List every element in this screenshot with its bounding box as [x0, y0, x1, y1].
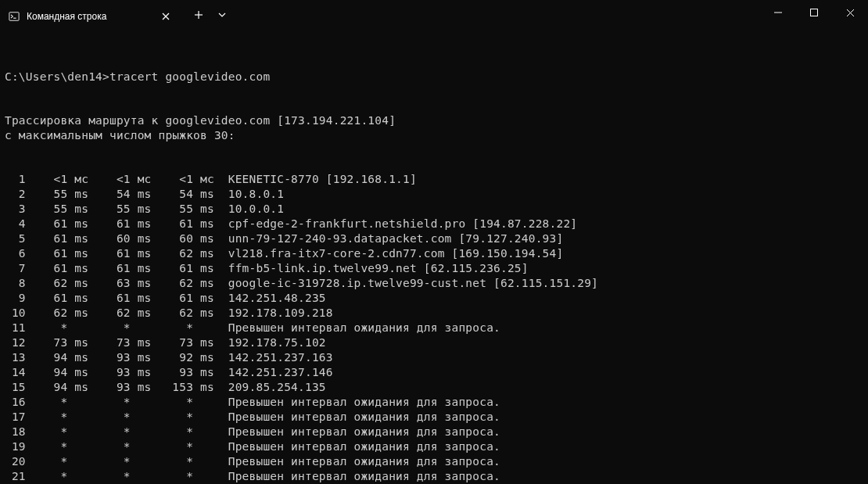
svg-rect-0: [9, 13, 19, 21]
hop-row: 12 73 ms 73 ms 73 ms 192.178.75.102: [5, 335, 863, 350]
prompt-path: C:\Users\den14>: [5, 70, 109, 83]
titlebar: Командная строка: [0, 0, 868, 30]
trace-line1: Трассировка маршрута к googlevideo.com […: [5, 114, 396, 127]
minimize-button[interactable]: [760, 0, 796, 25]
hop-row: 3 55 ms 55 ms 55 ms 10.0.0.1: [5, 202, 863, 217]
tab-title: Командная строка: [27, 11, 153, 22]
new-tab-button[interactable]: [186, 2, 211, 27]
hop-row: 20 * * * Превышен интервал ожидания для …: [5, 454, 863, 469]
hop-row: 15 94 ms 93 ms 153 ms 209.85.254.135: [5, 380, 863, 395]
hop-row: 21 * * * Превышен интервал ожидания для …: [5, 469, 863, 484]
close-tab-button[interactable]: [160, 10, 172, 23]
hop-row: 17 * * * Превышен интервал ожидания для …: [5, 410, 863, 425]
tab-dropdown-button[interactable]: [211, 2, 233, 27]
hop-row: 8 62 ms 63 ms 62 ms google-ic-319728.ip.…: [5, 276, 863, 291]
window-controls: [760, 0, 868, 25]
tab-strip: Командная строка: [0, 0, 233, 30]
hop-row: 13 94 ms 93 ms 92 ms 142.251.237.163: [5, 350, 863, 365]
tab-command-prompt[interactable]: Командная строка: [0, 3, 180, 30]
hop-row: 16 * * * Превышен интервал ожидания для …: [5, 395, 863, 410]
hop-row: 1 <1 мс <1 мс <1 мс KEENETIC-8770 [192.1…: [5, 172, 863, 187]
hop-row: 10 62 ms 62 ms 62 ms 192.178.109.218: [5, 306, 863, 321]
trace-header: Трассировка маршрута к googlevideo.com […: [5, 113, 863, 143]
prompt-line: C:\Users\den14>tracert googlevideo.com: [5, 70, 863, 84]
hop-row: 6 61 ms 61 ms 62 ms vl218.fra-itx7-core-…: [5, 246, 863, 261]
terminal-output[interactable]: C:\Users\den14>tracert googlevideo.com Т…: [0, 30, 868, 484]
terminal-icon: [8, 10, 20, 23]
hop-row: 2 55 ms 54 ms 54 ms 10.8.0.1: [5, 187, 863, 202]
hop-row: 11 * * * Превышен интервал ожидания для …: [5, 321, 863, 335]
maximize-button[interactable]: [796, 0, 832, 25]
hop-row: 19 * * * Превышен интервал ожидания для …: [5, 439, 863, 454]
trace-line2: с максимальным числом прыжков 30:: [5, 129, 235, 142]
hop-row: 5 61 ms 60 ms 60 ms unn-79-127-240-93.da…: [5, 231, 863, 246]
hop-row: 14 94 ms 93 ms 93 ms 142.251.237.146: [5, 365, 863, 380]
hop-row: 7 61 ms 61 ms 61 ms ffm-b5-link.ip.twelv…: [5, 261, 863, 276]
hop-list: 1 <1 мс <1 мс <1 мс KEENETIC-8770 [192.1…: [5, 172, 863, 484]
close-window-button[interactable]: [832, 0, 868, 25]
hop-row: 9 61 ms 61 ms 61 ms 142.251.48.235: [5, 291, 863, 306]
svg-rect-7: [811, 9, 818, 16]
prompt-command: tracert googlevideo.com: [109, 70, 270, 83]
hop-row: 4 61 ms 61 ms 61 ms cpf-edge-2-frankfurt…: [5, 217, 863, 231]
hop-row: 18 * * * Превышен интервал ожидания для …: [5, 425, 863, 439]
